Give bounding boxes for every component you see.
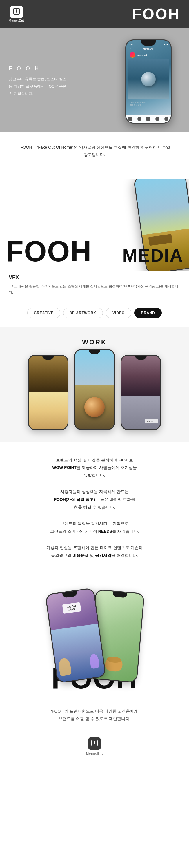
desc-block-2-text: 시청자들의 상상력을 자극하게 만드는 FOOH(가상 옥외 광고)는 높은 바… [14, 488, 175, 511]
final-text-line2: 브랜드를 어필 할 수 있도록 제안합니다. [59, 716, 130, 721]
bottom-fooh-section: COCOSAVE FOOH [0, 583, 189, 693]
desc-block-1: 브랜드의 핵심 및 타겟을 분석하여 FAKE로 WOW POINT를 제공하여… [14, 456, 175, 479]
fooh-highlight: FOOH(가상 옥외 광고) [54, 497, 95, 502]
vfx-section: VFX 3D 그래픽을 활용한 VFX 기술로 만든 조형실 세계를 실시간으로… [0, 272, 189, 302]
phone-image-area [128, 59, 169, 99]
vfx-title: VFX [9, 274, 180, 280]
footer: Meme.Ent [0, 732, 189, 764]
footer-logo-name: Meme.Ent [86, 752, 103, 755]
desc-block-3: 브랜드의 특징을 각인시키는 기획으로 브랜드와 소비자의 시각적 NEEDS를… [14, 520, 175, 535]
phone-sphere [141, 72, 156, 86]
final-text-line1: 'FOOH'의 트렌디함으로 더욱 다양한 고객층에게 [51, 709, 138, 713]
phone-caption: 바다 저 고의의 높이아름다운 풍경 [128, 99, 169, 108]
phone-bottom-nav [126, 115, 171, 123]
vfx-text-block: VFX 3D 그래픽을 활용한 VFX 기술로 만든 조형실 세계를 실시간으로… [9, 274, 180, 296]
footer-logo-icon [88, 737, 101, 750]
work-phone-2 [74, 349, 115, 430]
work-phone-screen-3: WELPE [122, 355, 160, 429]
work-phone-1 [28, 355, 68, 430]
work-phone-badge: WELPE [145, 419, 158, 424]
desc-block-3-text: 브랜드의 특징을 각인시키는 기획으로 브랜드와 소비자의 시각적 NEEDS를… [14, 520, 175, 535]
cost-highlight: 비용문제 [72, 553, 89, 558]
hero-section: F O O H 광고부터 유튜브 숏츠, 인스타 릴스 등 다양한 플랫폼에서 … [0, 28, 189, 132]
work-phone-screen-2 [75, 350, 114, 429]
header-title: FOOH [132, 5, 180, 23]
phone-signal: ●●● [164, 43, 168, 45]
final-text: 'FOOH'의 트렌디함으로 더욱 다양한 고객층에게 브랜드를 어필 할 수 … [23, 707, 166, 723]
work-phone-3: WELPE [121, 355, 161, 430]
hero-text-block: F O O H 광고부터 유튜브 숏츠, 인스타 릴스 등 다양한 플랫폼에서 … [9, 66, 70, 97]
needs-highlight: NEEDS [98, 529, 112, 534]
big-fooh-text: FOOH [6, 237, 92, 266]
hero-description: 광고부터 유튜브 숏츠, 인스타 릴스 등 다양한 플랫폼에서 'FOOH' 콘… [9, 76, 70, 97]
phone-username: meme_ent [137, 54, 147, 56]
desc-block-4: 가상과 현실을 조합하여 만든 페이크 컨텐츠로 기존의 옥외광고의 비용문제 … [14, 544, 175, 559]
work-phone-screen-1 [29, 355, 67, 429]
tabs-section: CREATIVE 3D ARTWORK VIDEO BRAND [0, 302, 189, 327]
bottom-phones-row: COCOSAVE [0, 583, 189, 684]
phone-screen: 9:41 ●●● ≡ Meme.Ent ⋯ meme_ent [126, 40, 171, 123]
fooh-desc-text: "FOOH는 'Fake Out Of Home' 의 약자로써 상상면을 현실… [18, 144, 171, 158]
space-highlight: 공간제약 [95, 553, 111, 558]
phone-time: 9:41 [129, 43, 133, 45]
work-title: WORK [6, 338, 183, 346]
logo: Meme.Ent [9, 5, 24, 22]
work-section: WORK WELPE [0, 327, 189, 442]
logo-name: Meme.Ent [9, 19, 24, 22]
vfx-description: 3D 그래픽을 활용한 VFX 기술로 만든 조형실 세계를 실시간으로 합성하… [9, 283, 180, 296]
logo-icon [10, 5, 23, 18]
tab-3d-artwork[interactable]: 3D ARTWORK [63, 308, 103, 318]
desc-block-1-text: 브랜드의 핵심 및 타겟을 분석하여 FAKE로 WOW POINT를 제공하여… [14, 456, 175, 479]
tab-brand[interactable]: BRAND [134, 308, 161, 318]
desc-block-4-text: 가상과 현실을 조합하여 만든 페이크 컨텐츠로 기존의 옥외광고의 비용문제 … [14, 544, 175, 559]
work-phones-row: WELPE [6, 355, 183, 430]
fooh-desc-section: "FOOH는 'Fake Out Of Home' 의 약자로써 상상면을 현실… [0, 132, 189, 179]
phone-avatar [130, 52, 135, 58]
big-fooh-section: FOOH MEDIA [0, 179, 189, 272]
hero-phone: 9:41 ●●● ≡ Meme.Ent ⋯ meme_ent [125, 39, 180, 124]
wow-point-highlight: WOW POINT [52, 465, 76, 470]
tab-video[interactable]: VIDEO [106, 308, 131, 318]
final-text-section: 'FOOH'의 트렌디함으로 더욱 다양한 고객층에게 브랜드를 어필 할 수 … [0, 693, 189, 732]
big-media-text: MEDIA [122, 245, 183, 266]
desc-block-2: 시청자들의 상상력을 자극하게 만드는 FOOH(가상 옥외 광고)는 높은 바… [14, 488, 175, 511]
desc-blocks-section: 브랜드의 핵심 및 타겟을 분석하여 FAKE로 WOW POINT를 제공하여… [0, 442, 189, 583]
header: Meme.Ent FOOH [0, 0, 189, 28]
tab-creative[interactable]: CREATIVE [27, 308, 60, 318]
hero-fooh-label: F O O H [9, 66, 70, 72]
phone-mockup: 9:41 ●●● ≡ Meme.Ent ⋯ meme_ent [125, 39, 171, 124]
